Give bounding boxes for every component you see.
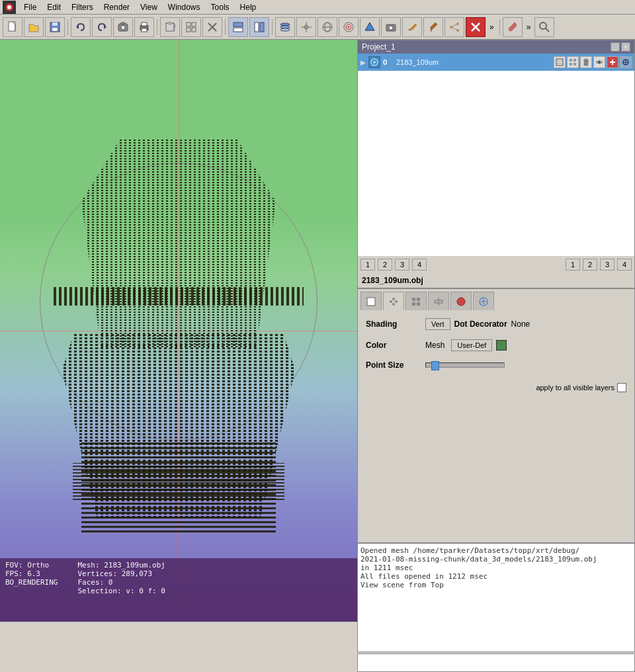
separator-4 — [272, 19, 273, 35]
point-size-slider[interactable] — [425, 362, 505, 368]
layer-icon-grid[interactable] — [567, 56, 579, 68]
project-title: Project_1 — [362, 42, 396, 52]
split-v-button[interactable] — [249, 17, 269, 37]
close-button[interactable]: × — [621, 42, 630, 52]
layer-icon-mesh[interactable] — [554, 56, 566, 68]
nodes-button[interactable] — [444, 17, 464, 37]
menu-file[interactable]: File — [19, 1, 42, 13]
page-btn-r1[interactable]: 1 — [566, 259, 580, 271]
page-btn-2[interactable]: 2 — [378, 259, 392, 271]
menu-help[interactable]: Help — [235, 1, 262, 13]
search-button[interactable] — [534, 17, 554, 37]
svg-rect-55 — [570, 59, 572, 62]
command-input-container — [357, 653, 635, 672]
page-btn-r4[interactable]: 4 — [617, 259, 632, 271]
color-swatch[interactable] — [496, 340, 507, 351]
svg-rect-26 — [260, 22, 264, 32]
svg-point-62 — [598, 61, 601, 63]
props-tab-color[interactable] — [450, 292, 472, 310]
project-titlebar: Project_1 _ × — [358, 40, 634, 54]
layer-icon-red[interactable] — [607, 56, 618, 68]
tools-button[interactable] — [503, 17, 523, 37]
project-content — [358, 71, 634, 256]
svg-rect-19 — [187, 28, 190, 32]
snapshot-button[interactable] — [113, 17, 133, 37]
layer-action-icons — [554, 56, 632, 68]
svg-rect-61 — [585, 59, 587, 60]
svg-point-38 — [348, 26, 350, 28]
page-btn-3[interactable]: 3 — [395, 259, 409, 271]
svg-rect-75 — [412, 302, 415, 306]
layer-icon-circle[interactable] — [620, 56, 632, 68]
brush-button[interactable] — [423, 17, 443, 37]
tag-button[interactable] — [466, 17, 486, 37]
titlebar-buttons: _ × — [611, 42, 630, 52]
page-btn-r3[interactable]: 3 — [600, 259, 614, 271]
mesh-label: Mesh: — [77, 561, 99, 569]
layer-number: 0 — [383, 58, 394, 66]
mesh-label-text: Mesh — [425, 341, 444, 350]
align-button[interactable] — [296, 17, 316, 37]
menu-windows[interactable]: Windows — [163, 1, 206, 13]
page-btn-r2[interactable]: 2 — [583, 259, 597, 271]
point-size-row: Point Size — [366, 360, 626, 370]
redo-button[interactable] — [92, 17, 112, 37]
globe-button[interactable] — [318, 17, 337, 37]
props-tab-material[interactable] — [405, 292, 427, 310]
menu-render[interactable]: Render — [99, 1, 135, 13]
props-tab-transform[interactable] — [428, 292, 449, 310]
page-btn-4[interactable]: 4 — [412, 259, 427, 271]
command-input[interactable] — [358, 654, 634, 671]
print-button[interactable] — [134, 17, 154, 37]
split-h-button[interactable] — [228, 17, 248, 37]
props-tab-plus[interactable] — [473, 292, 494, 310]
svg-rect-64 — [612, 60, 613, 65]
cube-button[interactable] — [160, 17, 180, 37]
svg-rect-74 — [417, 298, 420, 301]
slider-thumb[interactable] — [431, 361, 439, 370]
svg-point-51 — [373, 61, 376, 63]
svg-point-69 — [390, 300, 392, 303]
apply-row: apply to all visible layers — [366, 383, 626, 392]
layer-visibility-icon[interactable] — [368, 56, 380, 68]
target-button[interactable] — [339, 17, 359, 37]
grid-button[interactable] — [181, 17, 201, 37]
props-tab-geometry[interactable] — [360, 292, 382, 310]
apply-checkbox[interactable] — [617, 383, 626, 392]
color-button[interactable] — [360, 17, 380, 37]
save-button[interactable] — [45, 17, 65, 37]
props-tab-shading[interactable] — [383, 292, 404, 310]
layer-icon-eye[interactable] — [593, 56, 605, 68]
svg-rect-13 — [142, 28, 147, 32]
faces-value: 0 — [108, 578, 113, 587]
camera-button[interactable] — [381, 17, 401, 37]
user-def-button[interactable]: User-Def — [451, 339, 492, 351]
mesh-stripe-1 — [54, 287, 304, 306]
page-btn-1[interactable]: 1 — [360, 259, 375, 271]
toolbar-more-1[interactable]: » — [487, 21, 497, 33]
svg-point-1 — [7, 5, 11, 9]
svg-rect-4 — [52, 22, 58, 26]
fps-row: FPS: 6.3 — [5, 569, 58, 578]
properties-tabs — [358, 289, 634, 310]
shading-row: Shading Vert Dot Decorator None — [366, 318, 626, 330]
viewport[interactable]: FOV: Ortho FPS: 6.3 BO_RENDERING Mesh: 2… — [0, 40, 357, 622]
edit-tool-button[interactable] — [202, 17, 222, 37]
minimize-button[interactable]: _ — [611, 42, 620, 52]
new-button[interactable] — [3, 17, 22, 37]
pen-button[interactable] — [402, 17, 422, 37]
undo-button[interactable] — [71, 17, 91, 37]
open-button[interactable] — [24, 17, 44, 37]
menu-filters[interactable]: Filters — [66, 1, 99, 13]
menu-tools[interactable]: Tools — [206, 1, 235, 13]
svg-rect-23 — [233, 22, 243, 26]
menu-view[interactable]: View — [135, 1, 163, 13]
svg-rect-56 — [573, 59, 576, 62]
toolbar-more-2[interactable]: » — [524, 21, 534, 33]
layer-icon-delete[interactable] — [580, 56, 592, 68]
svg-rect-17 — [187, 22, 190, 26]
vert-button[interactable]: Vert — [425, 318, 450, 330]
layers-button[interactable] — [275, 17, 295, 37]
menu-edit[interactable]: Edit — [42, 1, 66, 13]
mesh-stripes-lower — [73, 463, 284, 500]
